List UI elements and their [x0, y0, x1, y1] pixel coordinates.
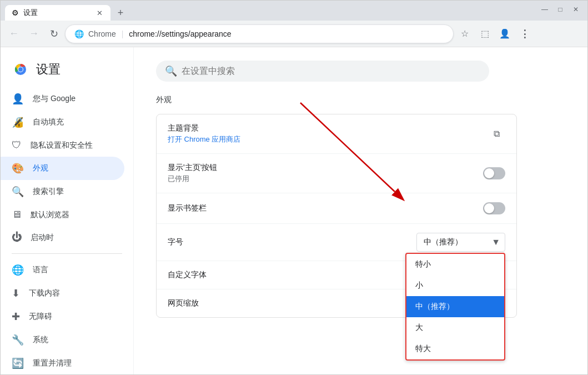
- tab-title: 设置: [23, 8, 91, 18]
- sidebar-item-privacy[interactable]: 🛡 隐私设置和安全性: [1, 134, 124, 157]
- chrome-menu-button[interactable]: ⋮: [516, 25, 534, 43]
- dropdown-value: 中（推荐）: [424, 237, 463, 247]
- profile-button[interactable]: 👤: [496, 25, 514, 43]
- svg-point-2: [18, 67, 23, 72]
- appearance-icon: 🎨: [12, 162, 24, 174]
- accessibility-icon: ✚: [12, 311, 20, 323]
- sidebar-page-title: 设置: [36, 61, 61, 78]
- close-button[interactable]: ✕: [569, 4, 583, 15]
- settings-row-font-size: 字号 中（推荐） ▼ 特小: [157, 224, 516, 261]
- search-engine-icon: 🔍: [12, 186, 24, 198]
- sidebar-item-startup[interactable]: ⏻ 启动时: [1, 226, 124, 249]
- settings-card: 主题背景 打开 Chrome 应用商店 ⧉ 显示'主页'按钮 已停用: [156, 114, 517, 318]
- settings-area: 🔍 外观 主题背景 打开 Chrome 应用商店 ⧉: [134, 47, 587, 374]
- sidebar-label-system: 系统: [33, 335, 48, 345]
- external-link-icon: ⧉: [494, 129, 500, 139]
- sidebar: 设置 👤 您与 Google 🔏 自动填充 🛡 隐私设置和安全性 🎨 外观 🔍: [1, 47, 134, 374]
- sidebar-label-startup: 启动时: [31, 233, 54, 243]
- new-tab-button[interactable]: +: [113, 6, 128, 19]
- sidebar-label-appearance: 外观: [33, 163, 48, 173]
- bookmarks-label: 显示书签栏: [168, 203, 483, 213]
- dropdown-option-very-large[interactable]: 特大: [406, 338, 504, 359]
- active-tab[interactable]: ⚙ 设置 ✕: [5, 5, 110, 21]
- theme-label: 主题背景: [168, 123, 488, 133]
- default-browser-icon: 🖥: [12, 209, 22, 221]
- sidebar-item-browser[interactable]: 🖥 默认浏览器: [1, 203, 124, 226]
- sidebar-label-autofill: 自动填充: [33, 117, 64, 127]
- dropdown-selected[interactable]: 中（推荐） ▼: [416, 233, 505, 252]
- sidebar-label-search: 搜索引擎: [33, 187, 64, 197]
- search-input[interactable]: [182, 66, 480, 76]
- back-button[interactable]: ←: [5, 25, 23, 43]
- tab-favicon: ⚙: [12, 8, 19, 17]
- home-button-sublabel: 已停用: [168, 174, 483, 184]
- profile-icon: 👤: [499, 28, 510, 39]
- section-title: 外观: [156, 95, 565, 105]
- sidebar-label-browser: 默认浏览器: [31, 210, 69, 220]
- language-icon: 🌐: [12, 264, 24, 276]
- screenshot-icon: ⬚: [481, 28, 489, 39]
- system-icon: 🔧: [12, 334, 24, 346]
- font-size-dropdown[interactable]: 中（推荐） ▼ 特小 小 中（推荐）: [416, 233, 505, 252]
- menu-icon: ⋮: [520, 28, 530, 40]
- sidebar-label-you-google: 您与 Google: [33, 94, 76, 104]
- minimize-button[interactable]: —: [537, 4, 552, 15]
- dropdown-option-small[interactable]: 小: [406, 275, 504, 296]
- address-bar[interactable]: 🌐 Chrome | chrome://settings/appearance: [65, 24, 454, 43]
- settings-row-bookmarks: 显示书签栏: [157, 193, 516, 224]
- sidebar-item-language[interactable]: 🌐 语言: [1, 258, 124, 282]
- font-size-label: 字号: [168, 237, 416, 247]
- forward-button[interactable]: →: [25, 25, 43, 43]
- screenshot-button[interactable]: ⬚: [476, 25, 494, 43]
- sidebar-label-accessibility: 无障碍: [29, 312, 52, 322]
- privacy-icon: 🛡: [12, 139, 22, 151]
- sidebar-item-autofill[interactable]: 🔏 自动填充: [1, 111, 124, 134]
- reset-icon: 🔄: [12, 357, 24, 369]
- sidebar-item-search[interactable]: 🔍 搜索引擎: [1, 180, 124, 203]
- sidebar-item-appearance[interactable]: 🎨 外观: [1, 157, 124, 180]
- sidebar-item-accessibility[interactable]: ✚ 无障碍: [1, 305, 124, 328]
- dropdown-arrow-icon: ▼: [491, 237, 500, 247]
- settings-row-theme: 主题背景 打开 Chrome 应用商店 ⧉: [157, 114, 516, 154]
- dropdown-option-very-small[interactable]: 特小: [406, 254, 504, 275]
- downloads-icon: ⬇: [12, 287, 20, 299]
- sidebar-label-reset: 重置并清理: [33, 358, 72, 368]
- search-bar[interactable]: 🔍: [156, 61, 489, 82]
- refresh-button[interactable]: ↻: [45, 25, 63, 43]
- chrome-logo: [12, 61, 29, 78]
- sidebar-label-downloads: 下载内容: [29, 288, 60, 298]
- dropdown-options-panel: 特小 小 中（推荐） 大 特大: [405, 253, 505, 361]
- sidebar-item-reset[interactable]: 🔄 重置并清理: [1, 352, 124, 374]
- startup-icon: ⏻: [12, 232, 22, 243]
- sidebar-item-you-google[interactable]: 👤 您与 Google: [1, 87, 124, 111]
- secure-icon: 🌐: [74, 29, 84, 38]
- tab-close-icon[interactable]: ✕: [95, 8, 104, 17]
- bookmark-icon: ☆: [461, 28, 469, 39]
- you-google-icon: 👤: [12, 93, 24, 105]
- sidebar-label-language: 语言: [33, 265, 48, 275]
- search-icon: 🔍: [165, 65, 177, 77]
- dropdown-option-medium[interactable]: 中（推荐）: [406, 296, 504, 317]
- home-button-toggle[interactable]: [483, 167, 505, 179]
- sidebar-label-privacy: 隐私设置和安全性: [31, 141, 93, 151]
- address-text: Chrome | chrome://settings/appearance: [88, 29, 444, 38]
- theme-external-link[interactable]: ⧉: [488, 125, 505, 143]
- maximize-button[interactable]: □: [553, 4, 567, 15]
- bookmarks-toggle[interactable]: [483, 202, 505, 214]
- sidebar-item-downloads[interactable]: ⬇ 下载内容: [1, 282, 124, 305]
- theme-sublabel[interactable]: 打开 Chrome 应用商店: [168, 134, 488, 144]
- sidebar-item-system[interactable]: 🔧 系统: [1, 328, 124, 352]
- dropdown-option-large[interactable]: 大: [406, 317, 504, 338]
- bookmark-button[interactable]: ☆: [456, 25, 474, 43]
- autofill-icon: 🔏: [12, 116, 24, 128]
- settings-row-home-button: 显示'主页'按钮 已停用: [157, 154, 516, 193]
- home-button-label: 显示'主页'按钮: [168, 163, 483, 173]
